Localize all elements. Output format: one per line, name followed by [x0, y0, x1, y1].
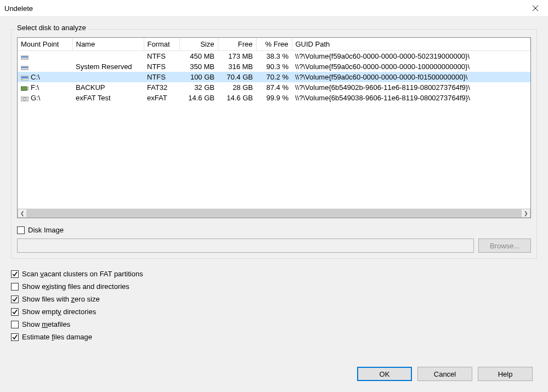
guid-path: \\?\Volume{f59a0c60-0000-0000-0000-50231… — [292, 51, 530, 62]
guid-path: \\?\Volume{f59a0c60-0000-0000-0000-f0150… — [292, 72, 530, 82]
svg-rect-1 — [21, 56, 28, 58]
volume-name: System Reserved — [72, 61, 144, 72]
svg-rect-3 — [21, 67, 28, 68]
format: NTFS — [144, 72, 179, 82]
close-button[interactable] — [523, 0, 548, 17]
table-row[interactable]: G:\exFAT TestexFAT14.6 GB14.6 GB99.9 %\\… — [18, 93, 530, 103]
svg-rect-7 — [21, 87, 27, 90]
option-checkbox[interactable] — [11, 308, 19, 316]
ok-button[interactable]: OK — [357, 367, 412, 381]
scroll-track[interactable] — [27, 209, 521, 218]
select-disk-group: Select disk to analyze Mount Point Name … — [11, 29, 537, 259]
disk-image-label: Disk Image — [28, 226, 64, 234]
volume-name: exFAT Test — [72, 93, 144, 103]
cancel-button[interactable]: Cancel — [417, 367, 472, 381]
pct-free: 87.4 % — [256, 82, 292, 93]
format: NTFS — [144, 51, 179, 62]
drive-icon — [21, 74, 29, 80]
svg-rect-8 — [27, 87, 29, 90]
format: NTFS — [144, 61, 179, 72]
table-row[interactable]: NTFS450 MB173 MB38.3 %\\?\Volume{f59a0c6… — [18, 51, 530, 62]
format: FAT32 — [144, 82, 179, 93]
size: 32 GB — [179, 82, 218, 93]
guid-path: \\?\Volume{f59a0c60-0000-0000-0000-10000… — [292, 61, 530, 72]
option-row: Show empty directories — [11, 308, 537, 316]
option-checkbox[interactable] — [11, 296, 19, 303]
drive-icon — [21, 53, 29, 59]
size: 450 MB — [179, 51, 218, 62]
option-label: Show empty directories — [22, 308, 96, 316]
svg-point-10 — [24, 98, 26, 101]
free: 70.4 GB — [218, 72, 256, 82]
svg-point-6 — [22, 79, 23, 80]
pct-free: 38.3 % — [256, 51, 292, 62]
option-label: Show existing files and directories — [22, 282, 129, 291]
col-guid-path[interactable]: GUID Path — [292, 38, 530, 51]
svg-rect-5 — [21, 77, 28, 78]
drive-icon — [21, 95, 29, 101]
titlebar: Undelete — [0, 0, 548, 17]
option-label: Show metafiles — [22, 320, 70, 328]
format: exFAT — [144, 93, 179, 103]
disk-listview[interactable]: Mount Point Name Format Size Free % Free… — [17, 37, 531, 218]
free: 14.6 GB — [218, 93, 256, 103]
table-row[interactable]: C:\NTFS100 GB70.4 GB70.2 %\\?\Volume{f59… — [18, 72, 530, 82]
horizontal-scrollbar[interactable]: ❮ ❯ — [18, 208, 530, 218]
option-checkbox[interactable] — [11, 321, 19, 328]
col-size[interactable]: Size — [179, 38, 218, 51]
header-row: Mount Point Name Format Size Free % Free… — [18, 38, 530, 51]
option-checkbox[interactable] — [11, 333, 19, 341]
mount-point: C:\ — [31, 73, 40, 81]
volume-name: BACKUP — [72, 82, 144, 93]
pct-free: 70.2 % — [256, 72, 292, 82]
col-mount-point[interactable]: Mount Point — [18, 38, 72, 51]
help-button[interactable]: Help — [478, 367, 533, 381]
free: 316 MB — [218, 61, 256, 72]
free: 28 GB — [218, 82, 256, 93]
table-row[interactable]: F:\BACKUPFAT3232 GB28 GB87.4 %\\?\Volume… — [18, 82, 530, 93]
option-label: Estimate files damage — [22, 333, 92, 341]
col-free[interactable]: Free — [218, 38, 256, 51]
option-checkbox[interactable] — [11, 270, 19, 278]
guid-path: \\?\Volume{6b549038-9606-11e6-8119-08002… — [292, 93, 530, 103]
option-row: Show files with zero size — [11, 295, 537, 303]
disk-image-checkbox[interactable] — [17, 226, 25, 234]
option-row: Show metafiles — [11, 320, 537, 328]
window-title: Undelete — [4, 4, 523, 13]
option-row: Scan vacant clusters on FAT partitions — [11, 270, 537, 278]
option-checkbox[interactable] — [11, 283, 19, 291]
guid-path: \\?\Volume{6b54902b-9606-11e6-8119-08002… — [292, 82, 530, 93]
drive-icon — [21, 64, 29, 70]
option-label: Scan vacant clusters on FAT partitions — [22, 270, 143, 278]
pct-free: 99.9 % — [256, 93, 292, 103]
scroll-right-button[interactable]: ❯ — [521, 209, 530, 218]
pct-free: 90.3 % — [256, 61, 292, 72]
volume-name — [72, 72, 144, 82]
disk-image-path-input[interactable] — [17, 238, 474, 253]
table-row[interactable]: System ReservedNTFS350 MB316 MB90.3 %\\?… — [18, 61, 530, 72]
scroll-left-button[interactable]: ❮ — [18, 209, 27, 218]
size: 14.6 GB — [179, 93, 218, 103]
col-pct-free[interactable]: % Free — [256, 38, 292, 51]
size: 100 GB — [179, 72, 218, 82]
mount-point: G:\ — [31, 94, 40, 102]
volume-name — [72, 51, 144, 62]
scroll-thumb[interactable] — [27, 209, 521, 218]
size: 350 MB — [179, 61, 218, 72]
col-name[interactable]: Name — [72, 38, 144, 51]
option-label: Show files with zero size — [22, 295, 100, 303]
close-icon — [533, 5, 538, 11]
free: 173 MB — [218, 51, 256, 62]
mount-point: F:\ — [31, 83, 39, 92]
col-format[interactable]: Format — [144, 38, 179, 51]
drive-icon — [21, 84, 29, 90]
group-label: Select disk to analyze — [15, 24, 88, 32]
option-row: Estimate files damage — [11, 333, 537, 341]
browse-button[interactable]: Browse... — [478, 238, 531, 253]
option-row: Show existing files and directories — [11, 282, 537, 291]
